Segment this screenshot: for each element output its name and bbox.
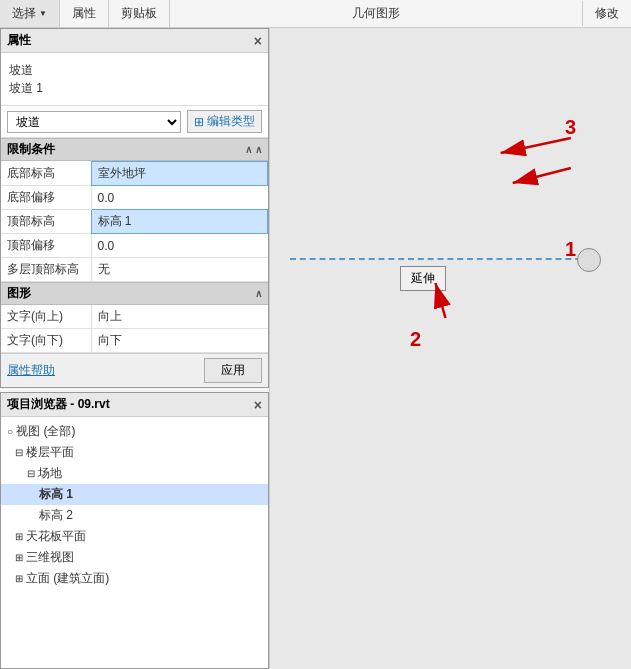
tree-expand-icon: ⊞ xyxy=(15,531,23,542)
edit-type-label: 编辑类型 xyxy=(207,113,255,130)
properties-tab[interactable]: 属性 xyxy=(60,0,109,27)
graphics-table: 文字(向上)向上文字(向下)向下 xyxy=(1,305,268,353)
select-arrow: ▼ xyxy=(39,9,47,18)
tree-item-天花板平面[interactable]: ⊞天花板平面 xyxy=(1,526,268,547)
tree-item-label: 立面 (建筑立面) xyxy=(26,570,109,587)
browser-title: 项目浏览器 - 09.rvt xyxy=(7,396,110,413)
tree-expand-icon: ○ xyxy=(7,426,13,437)
tree-item-label: 标高 1 xyxy=(39,486,73,503)
element-type-label: 坡道 xyxy=(9,61,260,79)
browser-tree: ○视图 (全部)⊟楼层平面⊟场地标高 1标高 2⊞天花板平面⊞三维视图⊞立面 (… xyxy=(1,417,268,668)
svg-line-2 xyxy=(513,168,571,183)
properties-panel-footer: 属性帮助 应用 xyxy=(1,353,268,387)
graphics-collapse-icon: ∧ xyxy=(255,288,262,299)
edit-type-icon: ⊞ xyxy=(194,115,204,129)
prop-label: 底部偏移 xyxy=(1,186,91,210)
constraints-table: 底部标高室外地坪底部偏移0.0顶部标高标高 1顶部偏移0.0多层顶部标高无 xyxy=(1,161,268,282)
type-dropdown[interactable]: 坡道 xyxy=(7,111,181,133)
prop-label: 底部标高 xyxy=(1,162,91,186)
tree-expand-icon: ⊟ xyxy=(27,468,35,479)
tree-item-三维视图[interactable]: ⊞三维视图 xyxy=(1,547,268,568)
clipboard-tab[interactable]: 剪贴板 xyxy=(109,0,170,27)
prop-value: 无 xyxy=(91,258,268,282)
main-layout: 属性 × 坡道 坡道 1 坡道 ⊞ 编辑类型 限制条件 xyxy=(0,28,631,669)
annotation-1: 1 xyxy=(565,238,576,261)
annotation-2: 2 xyxy=(410,328,421,351)
properties-close-button[interactable]: × xyxy=(254,33,262,49)
table-row: 顶部标高标高 1 xyxy=(1,210,268,234)
properties-panel: 属性 × 坡道 坡道 1 坡道 ⊞ 编辑类型 限制条件 xyxy=(0,28,269,388)
prop-label: 多层顶部标高 xyxy=(1,258,91,282)
left-panel: 属性 × 坡道 坡道 1 坡道 ⊞ 编辑类型 限制条件 xyxy=(0,28,270,669)
type-selector-row: 坡道 ⊞ 编辑类型 xyxy=(1,106,268,138)
annotation-3: 3 xyxy=(565,116,576,139)
apply-button[interactable]: 应用 xyxy=(204,358,262,383)
element-display: 坡道 坡道 1 xyxy=(1,53,268,106)
project-browser: 项目浏览器 - 09.rvt × ○视图 (全部)⊟楼层平面⊟场地标高 1标高 … xyxy=(0,392,269,669)
tree-expand-icon: ⊞ xyxy=(15,573,23,584)
prop-value: 0.0 xyxy=(91,234,268,258)
graphics-section-header[interactable]: 图形 ∧ xyxy=(1,282,268,305)
constraints-label: 限制条件 xyxy=(7,141,55,158)
prop-value: 向下 xyxy=(91,329,268,353)
tree-item-label: 天花板平面 xyxy=(26,528,86,545)
properties-title: 属性 xyxy=(7,32,31,49)
tree-item-立面-(建筑立面)[interactable]: ⊞立面 (建筑立面) xyxy=(1,568,268,589)
extend-button[interactable]: 延伸 xyxy=(400,266,446,291)
tree-item-label: 楼层平面 xyxy=(26,444,74,461)
svg-line-1 xyxy=(501,138,571,153)
tree-item-label: 标高 2 xyxy=(39,507,73,524)
tree-item-label: 三维视图 xyxy=(26,549,74,566)
prop-label: 文字(向下) xyxy=(1,329,91,353)
tree-expand-icon: ⊟ xyxy=(15,447,23,458)
table-row: 顶部偏移0.0 xyxy=(1,234,268,258)
edit-type-button[interactable]: ⊞ 编辑类型 xyxy=(187,110,262,133)
tree-item-标高-1[interactable]: 标高 1 xyxy=(1,484,268,505)
tree-item-楼层平面[interactable]: ⊟楼层平面 xyxy=(1,442,268,463)
tree-expand-icon: ⊞ xyxy=(15,552,23,563)
reference-line xyxy=(290,258,591,260)
browser-header: 项目浏览器 - 09.rvt × xyxy=(1,393,268,417)
top-toolbar: 选择 ▼ 属性 剪贴板 几何图形 修改 xyxy=(0,0,631,28)
circle-indicator xyxy=(577,248,601,272)
tree-item-场地[interactable]: ⊟场地 xyxy=(1,463,268,484)
element-name-label: 坡道 1 xyxy=(9,79,260,97)
table-row: 底部偏移0.0 xyxy=(1,186,268,210)
prop-value[interactable]: 室外地坪 xyxy=(91,162,268,186)
browser-close-button[interactable]: × xyxy=(254,397,262,413)
table-row: 文字(向上)向上 xyxy=(1,305,268,329)
prop-value: 向上 xyxy=(91,305,268,329)
table-row: 多层顶部标高无 xyxy=(1,258,268,282)
canvas-content: 延伸 3 1 2 xyxy=(270,28,631,669)
annotation-arrows xyxy=(270,28,631,669)
geometry-tab[interactable]: 几何图形 xyxy=(170,5,582,22)
graphics-label: 图形 xyxy=(7,285,31,302)
constraints-collapse-icon: ∧ ∧ xyxy=(245,144,262,155)
prop-label: 顶部标高 xyxy=(1,210,91,234)
prop-value[interactable]: 标高 1 xyxy=(91,210,268,234)
tree-item-label: 场地 xyxy=(38,465,62,482)
table-row: 底部标高室外地坪 xyxy=(1,162,268,186)
constraints-section-header[interactable]: 限制条件 ∧ ∧ xyxy=(1,138,268,161)
help-link[interactable]: 属性帮助 xyxy=(7,362,55,379)
tree-item-label: 视图 (全部) xyxy=(16,423,75,440)
tree-item-视图-(全部)[interactable]: ○视图 (全部) xyxy=(1,421,268,442)
prop-label: 顶部偏移 xyxy=(1,234,91,258)
canvas-area: 延伸 3 1 2 xyxy=(270,28,631,669)
properties-panel-header: 属性 × xyxy=(1,29,268,53)
prop-value: 0.0 xyxy=(91,186,268,210)
select-menu[interactable]: 选择 ▼ xyxy=(0,0,60,27)
tree-item-标高-2[interactable]: 标高 2 xyxy=(1,505,268,526)
prop-label: 文字(向上) xyxy=(1,305,91,329)
modify-tab[interactable]: 修改 xyxy=(582,1,631,26)
table-row: 文字(向下)向下 xyxy=(1,329,268,353)
